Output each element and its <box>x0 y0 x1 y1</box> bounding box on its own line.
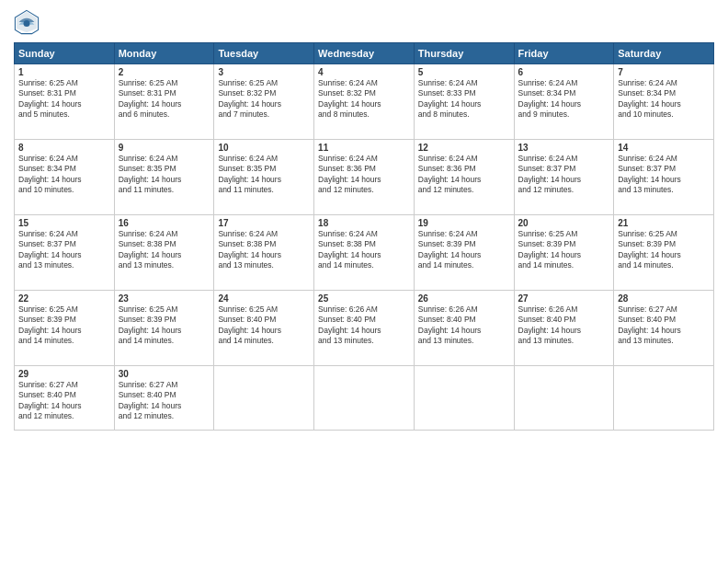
calendar-cell: 22Sunrise: 6:25 AMSunset: 8:39 PMDayligh… <box>15 291 115 366</box>
day-info: Sunset: 8:39 PM <box>418 239 510 249</box>
day-info: Sunrise: 6:25 AM <box>119 304 210 315</box>
day-info: and 11 minutes. <box>218 185 310 195</box>
calendar-cell: 10Sunrise: 6:24 AMSunset: 8:35 PMDayligh… <box>214 140 314 215</box>
day-info: Sunset: 8:40 PM <box>318 315 410 325</box>
day-info: Daylight: 14 hours <box>119 250 210 260</box>
day-info: Sunrise: 6:26 AM <box>418 304 510 315</box>
calendar-cell: 7Sunrise: 6:24 AMSunset: 8:34 PMDaylight… <box>614 64 714 140</box>
day-info: Daylight: 14 hours <box>18 99 110 109</box>
day-number: 4 <box>318 67 410 77</box>
day-info: Sunset: 8:38 PM <box>318 239 410 249</box>
day-number: 8 <box>18 143 110 153</box>
day-info: Sunrise: 6:25 AM <box>119 78 210 88</box>
day-info: Sunrise: 6:24 AM <box>318 154 410 164</box>
day-info: Sunrise: 6:24 AM <box>518 154 610 164</box>
day-info: Sunrise: 6:24 AM <box>618 154 710 164</box>
calendar-week-2: 8Sunrise: 6:24 AMSunset: 8:34 PMDaylight… <box>15 140 714 215</box>
day-info: Daylight: 14 hours <box>18 401 110 411</box>
day-info: Sunset: 8:39 PM <box>518 239 610 249</box>
day-info: Sunset: 8:40 PM <box>218 315 310 325</box>
day-info: Sunrise: 6:25 AM <box>518 229 610 239</box>
calendar-cell: 16Sunrise: 6:24 AMSunset: 8:38 PMDayligh… <box>114 215 214 291</box>
calendar-cell: 28Sunrise: 6:27 AMSunset: 8:40 PMDayligh… <box>614 291 714 366</box>
day-info: Sunset: 8:38 PM <box>119 239 210 249</box>
day-info: Sunrise: 6:25 AM <box>618 229 710 239</box>
calendar-cell: 11Sunrise: 6:24 AMSunset: 8:36 PMDayligh… <box>314 140 415 215</box>
day-info: Sunrise: 6:24 AM <box>518 78 610 88</box>
day-info: Sunrise: 6:25 AM <box>18 304 110 315</box>
day-number: 1 <box>18 67 110 77</box>
day-info: Daylight: 14 hours <box>318 175 410 185</box>
day-number: 28 <box>618 293 710 304</box>
header <box>14 9 714 35</box>
calendar-week-4: 22Sunrise: 6:25 AMSunset: 8:39 PMDayligh… <box>15 291 714 366</box>
day-info: Sunset: 8:40 PM <box>18 390 110 400</box>
calendar-cell: 24Sunrise: 6:25 AMSunset: 8:40 PMDayligh… <box>214 291 314 366</box>
day-info: Sunset: 8:32 PM <box>218 88 310 98</box>
col-header-wednesday: Wednesday <box>314 43 415 64</box>
page: SundayMondayTuesdayWednesdayThursdayFrid… <box>0 0 728 563</box>
day-info: Sunrise: 6:24 AM <box>218 154 310 164</box>
day-info: and 13 minutes. <box>218 260 310 270</box>
day-number: 6 <box>518 67 610 77</box>
col-header-friday: Friday <box>514 43 614 64</box>
day-info: Daylight: 14 hours <box>218 175 310 185</box>
day-number: 5 <box>418 67 510 77</box>
day-number: 17 <box>218 218 310 228</box>
calendar-cell <box>614 366 714 431</box>
day-number: 24 <box>218 293 310 304</box>
calendar-cell: 8Sunrise: 6:24 AMSunset: 8:34 PMDaylight… <box>15 140 115 215</box>
day-number: 20 <box>518 218 610 228</box>
day-info: Sunrise: 6:24 AM <box>318 229 410 239</box>
day-info: and 13 minutes. <box>418 336 510 346</box>
calendar-week-1: 1Sunrise: 6:25 AMSunset: 8:31 PMDaylight… <box>15 64 714 140</box>
day-info: and 12 minutes. <box>418 185 510 195</box>
day-info: and 11 minutes. <box>119 185 210 195</box>
day-number: 27 <box>518 293 610 304</box>
day-info: and 13 minutes. <box>618 185 710 195</box>
day-info: Sunrise: 6:25 AM <box>218 304 310 315</box>
calendar-cell <box>514 366 614 431</box>
day-info: and 6 minutes. <box>119 109 210 120</box>
day-number: 29 <box>18 369 110 379</box>
day-info: and 13 minutes. <box>318 336 410 346</box>
calendar-header-row: SundayMondayTuesdayWednesdayThursdayFrid… <box>15 43 714 64</box>
day-info: Sunset: 8:35 PM <box>218 164 310 174</box>
day-number: 26 <box>418 293 510 304</box>
day-info: Sunset: 8:34 PM <box>618 88 710 98</box>
day-info: and 12 minutes. <box>119 411 210 421</box>
day-info: Daylight: 14 hours <box>618 326 710 336</box>
day-info: Sunset: 8:31 PM <box>119 88 210 98</box>
day-info: Sunset: 8:38 PM <box>218 239 310 249</box>
day-number: 23 <box>119 293 210 304</box>
day-info: Sunrise: 6:24 AM <box>418 78 510 88</box>
day-info: Sunrise: 6:24 AM <box>218 229 310 239</box>
calendar-cell: 5Sunrise: 6:24 AMSunset: 8:33 PMDaylight… <box>414 64 514 140</box>
calendar-cell <box>214 366 314 431</box>
calendar-cell <box>314 366 415 431</box>
col-header-monday: Monday <box>114 43 214 64</box>
calendar-cell: 12Sunrise: 6:24 AMSunset: 8:36 PMDayligh… <box>414 140 514 215</box>
day-info: and 8 minutes. <box>418 109 510 120</box>
day-info: Daylight: 14 hours <box>18 175 110 185</box>
day-number: 21 <box>618 218 710 228</box>
day-info: and 14 minutes. <box>218 336 310 346</box>
day-info: Daylight: 14 hours <box>618 175 710 185</box>
calendar-cell: 19Sunrise: 6:24 AMSunset: 8:39 PMDayligh… <box>414 215 514 291</box>
day-info: Daylight: 14 hours <box>518 99 610 109</box>
calendar-cell: 9Sunrise: 6:24 AMSunset: 8:35 PMDaylight… <box>114 140 214 215</box>
calendar-week-3: 15Sunrise: 6:24 AMSunset: 8:37 PMDayligh… <box>15 215 714 291</box>
day-info: Sunrise: 6:26 AM <box>518 304 610 315</box>
day-info: Sunset: 8:40 PM <box>418 315 510 325</box>
day-info: Daylight: 14 hours <box>518 250 610 260</box>
day-info: Sunrise: 6:25 AM <box>18 78 110 88</box>
day-number: 2 <box>119 67 210 77</box>
day-info: Daylight: 14 hours <box>418 99 510 109</box>
day-info: and 12 minutes. <box>318 185 410 195</box>
day-info: Sunrise: 6:26 AM <box>318 304 410 315</box>
col-header-thursday: Thursday <box>414 43 514 64</box>
day-info: Sunrise: 6:24 AM <box>318 78 410 88</box>
day-info: Sunrise: 6:24 AM <box>418 229 510 239</box>
day-info: Daylight: 14 hours <box>119 175 210 185</box>
day-info: and 13 minutes. <box>618 336 710 346</box>
